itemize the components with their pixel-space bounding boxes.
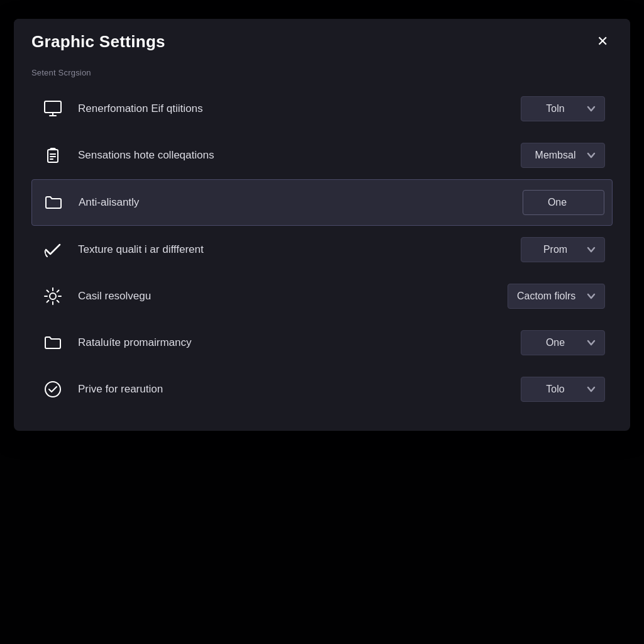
svg-line-14 [57,291,59,292]
dialog-overlay: Graphic Settings ✕ Setent Scrgsion Rener… [0,0,644,644]
rataluíte-value: One [530,337,580,348]
chevron-down-icon [587,104,596,113]
renerfomation-dropdown[interactable]: Toln [521,96,605,121]
check-circle-icon [39,236,67,264]
chevron-down-icon [587,292,596,301]
sensations-label: Sensations hote colleqations [78,149,521,162]
setting-row-sensations: Sensations hote colleqations Membsal [31,133,613,178]
texture-quality-control: Prom [521,237,605,262]
anti-aliasing-value: One [532,197,582,208]
casil-label: Casil resolvegu [78,290,508,303]
sensations-control: Membsal [521,143,605,168]
anti-aliasing-control: One [523,190,604,215]
svg-line-13 [57,301,59,303]
settings-list: Renerfomation Eif qtiitions Toln [31,86,613,412]
svg-rect-0 [45,101,61,113]
renerfomation-value: Toln [530,103,580,114]
casil-dropdown[interactable]: Cactom fiolrs [508,284,605,309]
sensations-dropdown[interactable]: Membsal [521,143,605,168]
chevron-down-icon [587,385,596,394]
dialog-header: Graphic Settings ✕ [14,19,630,62]
rataluíte-label: Rataluíte promairmancy [78,336,521,349]
setting-row-renerfomation: Renerfomation Eif qtiitions Toln [31,86,613,131]
setting-row-rataluíte: Rataluíte promairmancy One [31,320,613,365]
casil-control: Cactom fiolrs [508,284,605,309]
texture-quality-dropdown[interactable]: Prom [521,237,605,262]
sun-icon [39,282,67,310]
chevron-down-icon [587,338,596,347]
prive-dropdown[interactable]: Tolo [521,377,605,402]
texture-quality-value: Prom [530,244,580,255]
chevron-down-icon [587,151,596,160]
setting-row-texture-quality: Texture qualit i ar diffferent Prom [31,227,613,272]
renerfomation-label: Renerfomation Eif qtiitions [78,103,521,115]
clipboard-icon [39,142,67,169]
dialog-body: Setent Scrgsion Renerfomation Eif qtiiti… [14,62,630,431]
folder2-icon [39,329,67,357]
svg-point-7 [50,293,56,299]
monitor-icon [39,95,67,123]
svg-line-12 [47,291,49,292]
prive-control: Tolo [521,377,605,402]
sensations-value: Membsal [530,150,580,161]
texture-quality-label: Texture qualit i ar diffferent [78,243,521,256]
svg-point-16 [45,382,60,397]
setting-row-anti-aliasing: Anti-alisantly One [31,179,613,226]
folder-icon [40,189,67,216]
dialog-title: Graphic Settings [31,32,165,52]
prive-label: Prive for rearution [78,383,521,396]
section-label: Setent Scrgsion [31,68,613,77]
renerfomation-control: Toln [521,96,605,121]
close-button[interactable]: ✕ [592,31,613,52]
anti-aliasing-label: Anti-alisantly [79,196,523,209]
rataluíte-control: One [521,330,605,355]
anti-aliasing-dropdown[interactable]: One [523,190,604,215]
casil-value: Cactom fiolrs [517,291,575,302]
rataluíte-dropdown[interactable]: One [521,330,605,355]
svg-line-15 [47,301,49,303]
graphic-settings-dialog: Graphic Settings ✕ Setent Scrgsion Rener… [14,19,630,431]
prive-value: Tolo [530,384,580,395]
checkmark-circle-icon [39,375,67,403]
setting-row-casil: Casil resolvegu Cactom fiolrs [31,274,613,319]
chevron-down-icon [587,245,596,254]
setting-row-prive: Prive for rearution Tolo [31,367,613,412]
